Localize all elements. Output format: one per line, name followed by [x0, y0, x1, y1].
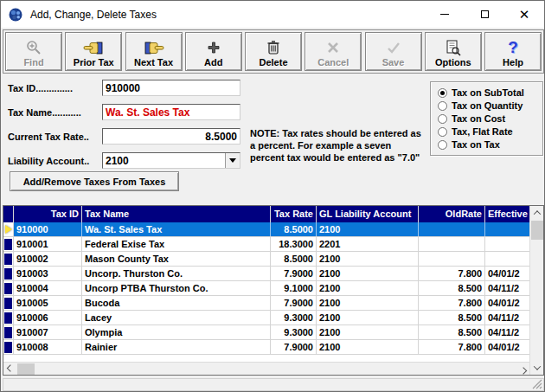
- save-button: Save: [365, 32, 422, 71]
- scroll-right-button[interactable]: [516, 363, 529, 376]
- radio-tax-on-cost[interactable]: Tax on Cost: [438, 113, 542, 124]
- column-header-tax-rate[interactable]: Tax Rate: [271, 206, 317, 222]
- maximize-icon: [481, 10, 489, 18]
- radio-label: Tax on Cost: [452, 113, 505, 124]
- table-row-910007[interactable]: 910007Olympia9.300021008.50004/11/2: [3, 325, 529, 340]
- radio-tax-flat-rate[interactable]: Tax, Flat Rate: [438, 126, 542, 137]
- table-row-910000[interactable]: 910000Wa. St. Sales Tax8.50002100: [3, 222, 529, 237]
- cell-tax-id: 910005: [14, 296, 82, 310]
- next-tax-button-label: Next Tax: [134, 57, 173, 67]
- cell-gl-account: 2100: [317, 311, 419, 325]
- minimize-button[interactable]: [425, 1, 465, 28]
- column-header-tax-name[interactable]: Tax Name: [82, 206, 271, 222]
- find-button: Find: [5, 32, 62, 71]
- table-row-910001[interactable]: 910001Federal Exise Tax18.30002201: [3, 237, 529, 252]
- table-row-910004[interactable]: 910004Uncorp PTBA Thurston Co.9.10002100…: [3, 281, 529, 296]
- radio-label: Tax on Tax: [452, 139, 500, 150]
- radio-label: Tax on Quantity: [452, 100, 523, 111]
- cell-tax-name: Olympia: [82, 325, 271, 339]
- column-header-tax-id[interactable]: Tax ID: [14, 206, 82, 222]
- minimize-icon: [440, 14, 449, 15]
- row-indicator-icon: [3, 325, 14, 339]
- row-indicator-icon: [3, 252, 14, 266]
- prior-tax-button[interactable]: Prior Tax: [65, 32, 122, 71]
- chevron-right-icon: [519, 367, 526, 374]
- radio-unselected-icon[interactable]: [438, 140, 447, 150]
- liability-account-value: 2100: [106, 155, 129, 167]
- chevron-left-icon: [6, 364, 13, 371]
- radio-selected-icon[interactable]: [438, 88, 447, 98]
- resize-grip-icon[interactable]: [531, 378, 542, 389]
- app-globe-icon: [8, 7, 23, 22]
- hand-point-left-icon: [83, 38, 104, 57]
- tax-name-field[interactable]: Wa. St. Sales Tax: [102, 104, 240, 120]
- hand-point-right-icon: [144, 38, 164, 57]
- check-icon: [386, 38, 401, 57]
- horizontal-scrollbar[interactable]: [3, 362, 529, 375]
- window-title: Add, Change, Delete Taxes: [30, 9, 157, 21]
- cell-gl-account: 2100: [317, 340, 419, 354]
- toolbar: FindPrior TaxNext TaxAddDeleteCancelSave…: [3, 29, 544, 74]
- magnifier-icon: [25, 38, 42, 57]
- radio-tax-on-subtotal[interactable]: Tax on SubTotal: [438, 87, 542, 98]
- vertical-scrollbar[interactable]: [529, 206, 543, 375]
- cell-gl-account: 2100: [317, 281, 419, 295]
- scroll-down-button[interactable]: [530, 361, 544, 375]
- cell-old-rate: 7.800: [419, 267, 485, 280]
- maximize-button[interactable]: [465, 1, 504, 28]
- radio-unselected-icon[interactable]: [438, 114, 447, 124]
- liability-account-combobox[interactable]: 2100: [102, 152, 240, 169]
- cancel-button: Cancel: [305, 32, 362, 71]
- tax-rate-note: NOTE: Tax rates should be entered as a p…: [250, 127, 428, 164]
- table-row-910002[interactable]: 910002Mason County Tax8.50002100: [3, 252, 529, 267]
- cell-tax-id: 910008: [14, 340, 82, 354]
- cell-gl-account: 2100: [317, 267, 419, 280]
- vertical-scrollbar-thumb[interactable]: [531, 221, 543, 240]
- add-remove-taxes-button[interactable]: Add/Remove Taxes From Taxes: [10, 171, 179, 191]
- tax-id-field[interactable]: 910000: [102, 80, 240, 96]
- current-row-arrow-icon: [3, 222, 14, 236]
- trash-icon: [266, 38, 280, 57]
- column-header-effective[interactable]: Effective: [485, 206, 529, 222]
- radio-unselected-icon[interactable]: [438, 127, 447, 137]
- horizontal-scrollbar-thumb[interactable]: [17, 363, 35, 375]
- radio-tax-on-quantity[interactable]: Tax on Quantity: [438, 100, 542, 111]
- cell-tax-rate: 9.3000: [271, 325, 317, 339]
- cell-old-rate: [419, 252, 485, 266]
- radio-tax-on-tax[interactable]: Tax on Tax: [438, 139, 542, 150]
- combobox-dropdown-button[interactable]: [225, 153, 240, 168]
- cell-gl-account: 2100: [317, 222, 419, 236]
- row-indicator-icon: [3, 340, 14, 354]
- cell-gl-account: 2100: [317, 296, 419, 310]
- delete-button[interactable]: Delete: [245, 32, 302, 71]
- table-row-910008[interactable]: 910008Rainier7.900021007.80004/01/2: [3, 340, 529, 355]
- cell-gl-account: 2100: [317, 252, 419, 266]
- scroll-left-button[interactable]: [3, 363, 16, 376]
- add-button[interactable]: Add: [185, 32, 242, 71]
- cell-effective: [485, 237, 529, 251]
- delete-button-label: Delete: [259, 57, 287, 67]
- options-button[interactable]: Options: [425, 32, 482, 71]
- cell-tax-id: 910000: [14, 222, 82, 236]
- help-button-label: Help: [503, 57, 523, 67]
- next-tax-button[interactable]: Next Tax: [125, 32, 183, 71]
- current-tax-rate-field[interactable]: 8.5000: [102, 128, 240, 145]
- tax-name-label: Tax Name...........: [8, 107, 81, 118]
- scroll-up-button[interactable]: [530, 206, 544, 220]
- close-button[interactable]: ✕: [504, 1, 544, 28]
- column-header-gl-liability-account[interactable]: GL Liability Account: [317, 206, 419, 222]
- cell-tax-id: 910007: [14, 325, 82, 339]
- tax-table: Tax IDTax NameTax RateGL Liability Accou…: [3, 205, 544, 376]
- prior-tax-button-label: Prior Tax: [74, 57, 114, 67]
- radio-unselected-icon[interactable]: [438, 101, 447, 111]
- cell-tax-name: Mason County Tax: [82, 252, 271, 266]
- dialog-window: Add, Change, Delete Taxes ✕ FindPrior Ta…: [0, 0, 545, 392]
- column-header-oldrate[interactable]: OldRate: [419, 206, 485, 222]
- help-button[interactable]: ?Help: [484, 32, 542, 71]
- table-row-910006[interactable]: 910006Lacey9.300021008.50004/11/2: [3, 311, 529, 325]
- table-row-910003[interactable]: 910003Uncorp. Thurston Co.7.900021007.80…: [3, 267, 529, 281]
- cell-old-rate: 7.800: [419, 340, 485, 354]
- cell-old-rate: 8.500: [419, 281, 485, 295]
- cell-old-rate: 7.800: [419, 296, 485, 310]
- table-row-910005[interactable]: 910005Bucoda7.900021007.80004/01/2: [3, 296, 529, 311]
